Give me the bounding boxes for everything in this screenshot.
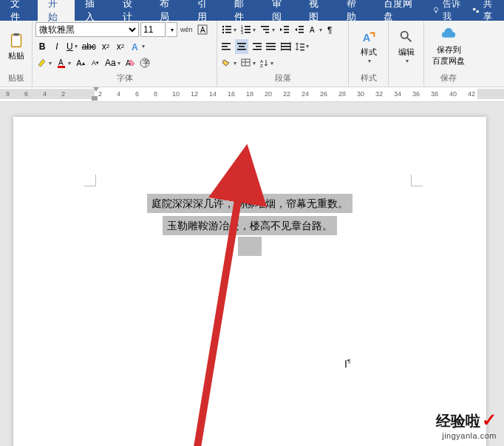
borders-button[interactable] bbox=[239, 55, 257, 70]
group-baidu: 保存到 百度网盘 保存 bbox=[424, 21, 473, 87]
svg-rect-46 bbox=[266, 43, 276, 44]
svg-rect-30 bbox=[284, 29, 289, 30]
strikethrough-button[interactable]: abc bbox=[81, 39, 98, 54]
svg-rect-32 bbox=[299, 26, 304, 27]
numbering-button[interactable]: 123 bbox=[239, 22, 257, 37]
ruler-tick: 24 bbox=[302, 90, 309, 98]
group-editing: 编辑 bbox=[389, 21, 424, 87]
phonetic-guide-button[interactable]: wén bbox=[179, 22, 194, 37]
enclose-char-button[interactable]: 字 bbox=[138, 55, 151, 70]
checkmark-icon: ✓ bbox=[482, 410, 497, 430]
svg-rect-44 bbox=[256, 46, 262, 47]
page[interactable]: 庭院深深深几许，杨柳堆烟，帘幕无重数。 玉勒雕鞍游冶处，楼高不见章台路。 I¶ bbox=[13, 117, 486, 446]
svg-text:A: A bbox=[132, 42, 138, 52]
bold-button[interactable]: B bbox=[35, 39, 49, 54]
selected-text-line-2[interactable]: 玉勒雕鞍游冶处，楼高不见章台路。 bbox=[163, 216, 337, 235]
svg-text:A: A bbox=[310, 26, 315, 34]
baidu-label-1: 保存到 bbox=[437, 44, 461, 55]
svg-point-0 bbox=[434, 7, 437, 11]
svg-rect-23 bbox=[245, 29, 251, 30]
selected-text-line-1[interactable]: 庭院深深深几许，杨柳堆烟，帘幕无重数。 bbox=[147, 194, 353, 213]
group-editing-label bbox=[392, 75, 420, 85]
increase-indent-button[interactable] bbox=[293, 22, 306, 37]
svg-rect-52 bbox=[300, 44, 304, 44]
paste-button[interactable]: 粘贴 bbox=[3, 22, 29, 71]
svg-line-62 bbox=[406, 38, 411, 41]
asian-layout-button[interactable]: A bbox=[307, 22, 324, 37]
shrink-font-button[interactable]: A▾ bbox=[89, 55, 102, 70]
hanging-indent-marker[interactable] bbox=[92, 96, 98, 101]
svg-text:Z: Z bbox=[260, 64, 263, 67]
font-size-input[interactable] bbox=[140, 22, 166, 37]
font-color-icon: A bbox=[56, 58, 67, 68]
line-spacing-button[interactable] bbox=[294, 39, 310, 54]
svg-rect-19 bbox=[225, 32, 231, 33]
underline-button[interactable]: U bbox=[65, 39, 79, 54]
horizontal-ruler[interactable]: 8642246810121416182022242628303234363840… bbox=[0, 87, 504, 102]
baidu-label-2: 百度网盘 bbox=[432, 55, 465, 67]
font-size-dropdown[interactable]: ▾ bbox=[167, 22, 177, 37]
watermark: 经验啦✓ jingyanla.com bbox=[436, 410, 497, 440]
align-left-button[interactable] bbox=[220, 39, 234, 54]
find-icon bbox=[398, 29, 415, 45]
char-border-button[interactable]: A bbox=[196, 22, 209, 37]
text-effects-icon: A bbox=[130, 41, 140, 52]
styles-label: 样式 bbox=[361, 47, 377, 58]
align-center-button[interactable] bbox=[235, 39, 248, 54]
align-right-button[interactable] bbox=[250, 39, 263, 54]
grow-font-button[interactable]: A▴ bbox=[74, 55, 87, 70]
group-styles-label: 样式 bbox=[352, 72, 385, 85]
ruler-tick: 6 bbox=[135, 90, 139, 98]
ruler-tick: 14 bbox=[209, 90, 217, 98]
svg-rect-50 bbox=[281, 46, 290, 47]
svg-rect-40 bbox=[237, 43, 246, 44]
justify-button[interactable] bbox=[265, 39, 278, 54]
editing-button[interactable]: 编辑 bbox=[392, 22, 420, 71]
font-color-button[interactable]: A bbox=[55, 55, 72, 70]
baidu-save-button[interactable]: 保存到 百度网盘 bbox=[427, 22, 470, 71]
bullets-button[interactable] bbox=[220, 22, 238, 37]
svg-rect-21 bbox=[245, 26, 251, 27]
ruler-tick: 32 bbox=[375, 90, 383, 98]
tell-me-search[interactable]: 告诉我 bbox=[432, 0, 466, 23]
svg-rect-15 bbox=[225, 26, 231, 27]
clear-format-button[interactable]: A bbox=[123, 55, 137, 70]
styles-button[interactable]: A 样式 bbox=[352, 22, 385, 71]
outdent-icon bbox=[279, 25, 290, 34]
shading-button[interactable] bbox=[220, 55, 238, 70]
distributed-button[interactable] bbox=[279, 39, 293, 54]
svg-rect-49 bbox=[281, 43, 290, 44]
justify-icon bbox=[266, 42, 276, 51]
group-baidu-label: 保存 bbox=[427, 72, 470, 85]
svg-rect-48 bbox=[266, 49, 276, 50]
svg-rect-4 bbox=[11, 34, 21, 47]
show-marks-button[interactable]: ¶ bbox=[325, 22, 338, 37]
align-center-icon bbox=[236, 42, 247, 51]
sort-button[interactable]: AZ bbox=[259, 55, 275, 70]
text-effects-button[interactable]: A bbox=[129, 39, 146, 54]
change-case-button[interactable]: Aa bbox=[103, 55, 122, 70]
group-styles: A 样式 样式 bbox=[349, 21, 389, 87]
svg-rect-45 bbox=[253, 49, 262, 50]
ruler-tick: 42 bbox=[468, 90, 475, 98]
svg-rect-38 bbox=[222, 46, 228, 47]
svg-text:A: A bbox=[58, 58, 64, 67]
group-paragraph: 123 A ¶ AZ 段落 bbox=[217, 21, 349, 87]
subscript-button[interactable]: x2 bbox=[99, 39, 112, 54]
svg-rect-1 bbox=[435, 11, 437, 13]
svg-rect-34 bbox=[299, 32, 304, 33]
multilevel-button[interactable] bbox=[259, 22, 276, 37]
numbering-icon: 123 bbox=[241, 25, 251, 34]
superscript-button[interactable]: x2 bbox=[114, 39, 127, 54]
highlight-button[interactable] bbox=[35, 55, 53, 70]
svg-rect-43 bbox=[253, 43, 262, 44]
svg-text:字: 字 bbox=[143, 59, 149, 67]
group-clipboard-label: 贴板 bbox=[3, 72, 29, 85]
multilevel-icon bbox=[260, 25, 270, 34]
decrease-indent-button[interactable] bbox=[278, 22, 291, 37]
italic-button[interactable]: I bbox=[50, 39, 64, 54]
margin-corner-tr bbox=[411, 175, 423, 186]
font-name-select[interactable]: 微软雅黑 bbox=[35, 22, 139, 37]
ruler-tick: 28 bbox=[338, 90, 346, 98]
selected-text-line-3[interactable] bbox=[238, 237, 262, 256]
